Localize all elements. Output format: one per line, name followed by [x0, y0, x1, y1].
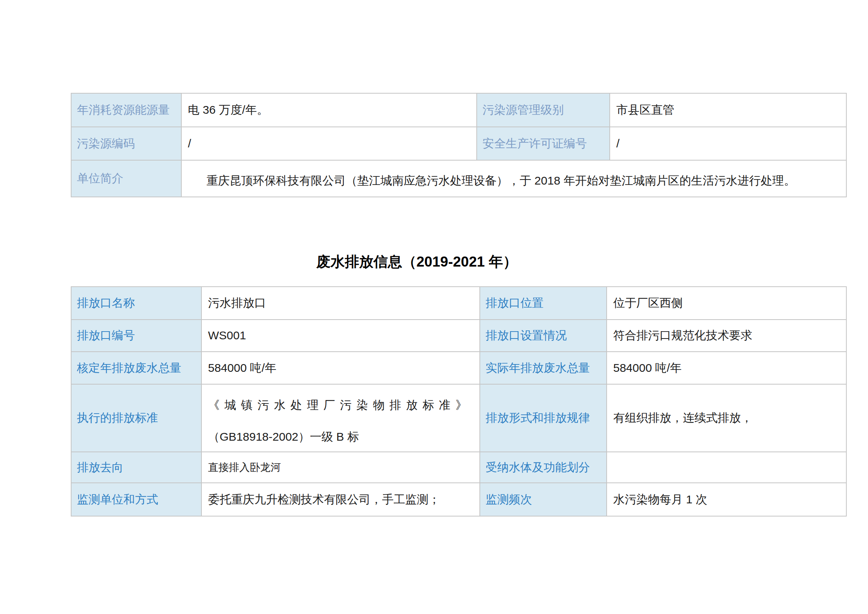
discharge-form-pattern-value: 有组织排放，连续式排放，: [607, 385, 847, 452]
discharge-destination-value: 直接排入卧龙河: [202, 452, 480, 483]
monitoring-frequency-label: 监测频次: [480, 483, 607, 517]
monitoring-frequency-value: 水污染物每月 1 次: [607, 483, 847, 517]
pollution-source-management-level-value: 市县区直管: [610, 94, 847, 127]
discharge-standard-value: 《城镇污水处理厂污染物排放标准》 （GB18918-2002）一级 B 标: [202, 385, 480, 452]
annual-resource-energy-consumption-label: 年消耗资源能源量: [72, 94, 182, 127]
outlet-name-value: 污水排放口: [202, 287, 480, 320]
monitoring-unit-method-value: 委托重庆九升检测技术有限公司，手工监测；: [202, 483, 480, 517]
outlet-name-label: 排放口名称: [72, 287, 202, 320]
approved-annual-wastewater-value: 584000 吨/年: [202, 352, 480, 385]
receiving-water-body-value: [607, 452, 847, 483]
outlet-location-value: 位于厂区西侧: [607, 287, 847, 320]
pollution-source-management-level-label: 污染源管理级别: [477, 94, 610, 127]
pollution-source-code-label: 污染源编码: [72, 127, 182, 161]
receiving-water-body-label: 受纳水体及功能划分: [480, 452, 607, 483]
discharge-standard-label: 执行的排放标准: [72, 385, 202, 452]
discharge-destination-label: 排放去向: [72, 452, 202, 483]
discharge-standard-line1: 《城镇污水处理厂污染物排放标准》: [208, 389, 476, 421]
actual-annual-wastewater-label: 实际年排放废水总量: [480, 352, 607, 385]
actual-annual-wastewater-value: 584000 吨/年: [607, 352, 847, 385]
work-safety-permit-number-label: 安全生产许可证编号: [477, 127, 610, 161]
outlet-setup-status-value: 符合排污口规范化技术要求: [607, 320, 847, 352]
monitoring-unit-method-label: 监测单位和方式: [72, 483, 202, 517]
section-title: 废水排放信息（2019-2021 年）: [71, 252, 763, 272]
basic-info-table: 年消耗资源能源量 电 36 万度/年。 污染源管理级别 市县区直管 污染源编码 …: [71, 93, 847, 197]
company-profile-text: 重庆昆顶环保科技有限公司（垫江城南应急污水处理设备），于 2018 年开始对垫江…: [188, 173, 842, 189]
company-profile-label: 单位简介: [72, 161, 182, 197]
outlet-number-value: WS001: [202, 320, 480, 352]
outlet-number-label: 排放口编号: [72, 320, 202, 352]
outlet-setup-status-label: 排放口设置情况: [480, 320, 607, 352]
annual-resource-energy-consumption-value: 电 36 万度/年。: [182, 94, 477, 127]
work-safety-permit-number-value: /: [610, 127, 847, 161]
company-profile-value: 重庆昆顶环保科技有限公司（垫江城南应急污水处理设备），于 2018 年开始对垫江…: [182, 161, 847, 197]
discharge-standard-line2: （GB18918-2002）一级 B 标: [208, 421, 476, 452]
approved-annual-wastewater-label: 核定年排放废水总量: [72, 352, 202, 385]
discharge-form-pattern-label: 排放形式和排放规律: [480, 385, 607, 452]
outlet-location-label: 排放口位置: [480, 287, 607, 320]
pollution-source-code-value: /: [182, 127, 477, 161]
wastewater-discharge-table: 排放口名称 污水排放口 排放口位置 位于厂区西侧 排放口编号 WS001 排放口…: [71, 286, 847, 517]
